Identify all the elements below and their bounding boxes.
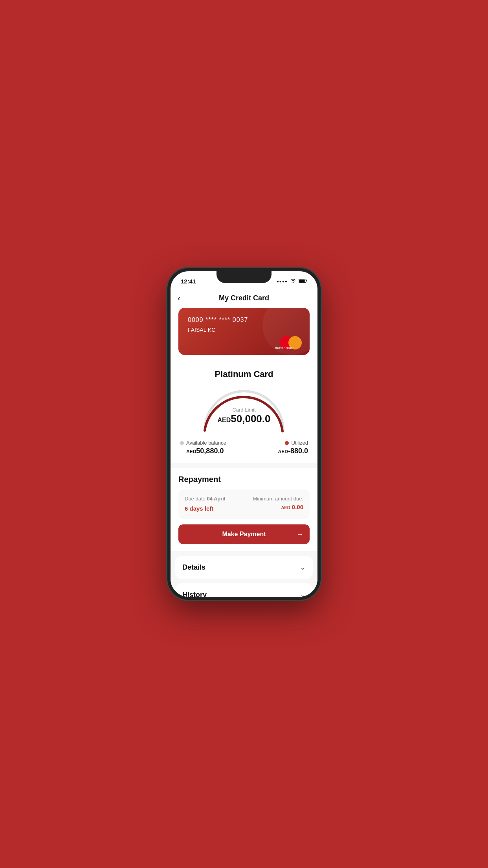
gauge-currency: AED: [218, 417, 231, 423]
utilized-balance-label-row: Utilized: [278, 440, 308, 446]
utilized-currency: AED: [278, 449, 288, 454]
mastercard-logo: mastercard: [280, 336, 302, 349]
history-label: History: [182, 591, 207, 599]
min-amount-label: Minimum amount due:: [253, 496, 303, 502]
due-date-group: Due date:04 April: [185, 495, 226, 502]
repayment-row: Due date:04 April Minimum amount due:: [185, 495, 303, 502]
utilized-label: Utilized: [291, 440, 308, 446]
gauge-label: Card Limit: [218, 407, 271, 413]
min-amount-group: Minimum amount due:: [253, 495, 303, 502]
repayment-card: Due date:04 April Minimum amount due: 6 …: [178, 489, 310, 519]
repayment-values-row: 6 days left AED 0.00: [185, 504, 303, 512]
available-balance-label-row: Available balance: [180, 440, 226, 446]
available-balance-label: Available balance: [186, 440, 226, 446]
min-amount-value: AED 0.00: [281, 504, 303, 510]
details-label: Details: [182, 563, 205, 572]
gauge-wrapper: Card Limit AED50,000.0: [197, 383, 291, 434]
due-date-label: Due date:04 April: [185, 496, 226, 502]
repayment-title: Repayment: [178, 475, 310, 484]
utilized-amount: AED-880.0: [278, 447, 308, 455]
details-chevron-icon: ⌄: [300, 563, 306, 572]
gauge-value: AED50,000.0: [218, 413, 271, 425]
history-chevron-icon: ⌄: [300, 590, 306, 599]
balance-row: Available balance AED50,880.0 Utilized A…: [171, 438, 317, 463]
card-container: 0009 **** **** 0037 FAISAL KC mastercard: [171, 308, 317, 363]
screen-content: ‹ My Credit Card 0009 **** **** 0037 FAI…: [171, 289, 317, 600]
gauge-section: Card Limit AED50,000.0: [171, 383, 317, 438]
status-time: 12:41: [181, 278, 196, 285]
card-type-section: Platinum Card: [171, 363, 317, 383]
available-balance-amount: AED50,880.0: [180, 447, 226, 455]
svg-rect-2: [306, 280, 307, 281]
page-header: ‹ My Credit Card: [171, 289, 317, 308]
days-left: 6 days left: [185, 505, 213, 512]
min-currency: AED: [281, 505, 290, 510]
signal-icon: ●●●●: [277, 279, 288, 283]
utilized-dot: [285, 441, 289, 445]
card-number: 0009 **** **** 0037: [188, 316, 300, 324]
card-type-title: Platinum Card: [215, 369, 273, 379]
repayment-section: Repayment Due date:04 April Minimum amou…: [171, 468, 317, 551]
credit-card: 0009 **** **** 0037 FAISAL KC mastercard: [178, 308, 310, 355]
wifi-icon: [290, 278, 296, 285]
available-dot: [180, 441, 184, 445]
utilized-balance-item: Utilized AED-880.0: [278, 440, 308, 455]
available-balance-item: Available balance AED50,880.0: [180, 440, 226, 455]
details-accordion[interactable]: Details ⌄: [175, 556, 313, 579]
make-payment-button[interactable]: Make Payment →: [178, 524, 310, 544]
mastercard-label: mastercard: [275, 346, 295, 350]
status-icons: ●●●●: [277, 278, 307, 285]
card-name: FAISAL KC: [188, 327, 300, 333]
history-accordion[interactable]: History ⌄: [175, 583, 313, 600]
payment-arrow-icon: →: [296, 530, 303, 539]
svg-rect-1: [299, 280, 305, 282]
page-title: My Credit Card: [219, 294, 269, 302]
back-button[interactable]: ‹: [178, 294, 180, 303]
due-date-value: 04 April: [207, 496, 225, 502]
battery-icon: [299, 278, 307, 285]
gauge-inner: Card Limit AED50,000.0: [218, 407, 271, 425]
available-currency: AED: [186, 449, 196, 454]
payment-button-label: Make Payment: [222, 531, 266, 538]
